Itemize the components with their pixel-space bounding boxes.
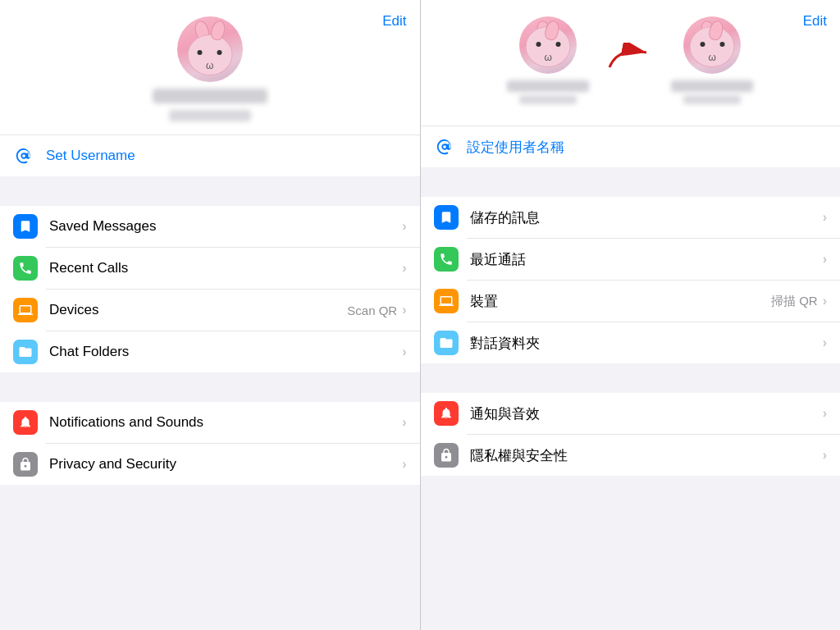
right-devices-chevron: › <box>823 294 827 308</box>
lock-icon-right <box>439 448 454 463</box>
left-privacy-icon-wrap <box>13 452 38 477</box>
left-privacy-row[interactable]: Privacy and Security › <box>0 444 420 485</box>
left-privacy-chevron: › <box>402 457 406 472</box>
right-saved-messages-chevron: › <box>823 210 827 225</box>
right-saved-messages-icon-wrap <box>434 205 459 230</box>
left-saved-messages-icon-wrap <box>13 214 38 239</box>
right-avatar-after: ω <box>683 16 741 74</box>
left-notifications-chevron: › <box>402 415 406 430</box>
separator-2-right <box>421 363 841 393</box>
separator-2-left <box>0 372 420 402</box>
left-notifications-icon-wrap <box>13 410 38 435</box>
left-chat-folders-label: Chat Folders <box>49 344 402 360</box>
right-panel: Edit ω <box>421 0 841 630</box>
left-bunny-face: ω <box>187 34 232 75</box>
right-chat-folders-icon-wrap <box>434 331 459 355</box>
left-username-section[interactable]: Set Username <box>0 135 420 176</box>
left-saved-messages-chevron: › <box>402 219 406 234</box>
right-bunny-mouth-before: ω <box>545 52 552 63</box>
left-recent-calls-label: Recent Calls <box>49 260 402 276</box>
left-eye-left <box>198 50 203 55</box>
right-username-section[interactable]: 設定使用者名稱 <box>421 126 841 167</box>
left-profile-section: Edit ω <box>0 0 420 135</box>
left-username-label: Set Username <box>46 148 135 164</box>
left-saved-messages-row[interactable]: Saved Messages › <box>0 206 420 247</box>
right-name-blur-before <box>507 80 589 92</box>
right-phone-blur-before <box>519 95 577 104</box>
left-devices-icon-wrap <box>13 298 38 322</box>
left-recent-calls-icon-wrap <box>13 256 38 281</box>
right-recent-calls-row[interactable]: 最近通話 › <box>421 239 841 280</box>
bell-icon <box>18 415 33 430</box>
left-notifications-label: Notifications and Sounds <box>49 414 402 431</box>
left-chat-folders-icon-wrap <box>13 340 38 364</box>
left-edit-button[interactable]: Edit <box>382 13 406 30</box>
right-bunny-face-before: ω <box>526 26 571 67</box>
right-notifications-row[interactable]: 通知與音效 › <box>421 393 841 434</box>
left-chat-folders-chevron: › <box>402 345 406 359</box>
left-settings-group-2: Notifications and Sounds › Privacy and S… <box>0 402 420 485</box>
left-username-icon <box>13 145 34 167</box>
right-bunny-eyes-after <box>700 42 724 47</box>
right-devices-icon-wrap <box>434 289 459 313</box>
right-recent-calls-label: 最近通話 <box>470 250 823 269</box>
left-bunny-mouth: ω <box>206 60 213 71</box>
lock-icon <box>18 457 33 472</box>
folder-icon-right <box>439 336 454 350</box>
right-chat-folders-row[interactable]: 對話資料夾 › <box>421 322 841 363</box>
right-privacy-chevron: › <box>823 448 827 463</box>
right-settings-group-1: 儲存的訊息 › 最近通話 › 裝置 掃描 QR › <box>421 197 841 363</box>
phone-icon-right <box>439 252 454 267</box>
right-name-blur-after <box>671 80 753 92</box>
right-username-icon <box>434 136 455 158</box>
right-phone-blur-after <box>683 95 741 104</box>
main-container: Edit ω <box>0 0 840 630</box>
right-privacy-row[interactable]: 隱私權與安全性 › <box>421 435 841 476</box>
at-icon-right <box>436 138 454 156</box>
left-recent-calls-row[interactable]: Recent Calls › <box>0 248 420 289</box>
bookmark-icon-right <box>439 210 454 225</box>
bookmark-icon <box>18 219 33 234</box>
left-panel: Edit ω <box>0 0 420 630</box>
left-recent-calls-chevron: › <box>402 261 406 276</box>
left-settings-group-1: Saved Messages › Recent Calls › Devices … <box>0 206 420 372</box>
left-saved-messages-label: Saved Messages <box>49 218 402 235</box>
right-eye-left-before <box>536 42 541 47</box>
right-saved-messages-label: 儲存的訊息 <box>470 208 823 227</box>
right-saved-messages-row[interactable]: 儲存的訊息 › <box>421 197 841 238</box>
right-privacy-icon-wrap <box>434 443 459 468</box>
red-arrow-svg <box>605 43 655 75</box>
phone-icon <box>18 261 33 276</box>
right-privacy-label: 隱私權與安全性 <box>470 446 823 465</box>
laptop-icon <box>18 303 33 317</box>
right-settings-group-2: 通知與音效 › 隱私權與安全性 › <box>421 393 841 476</box>
left-eye-right <box>217 50 222 55</box>
right-edit-button[interactable]: Edit <box>803 13 827 30</box>
laptop-icon-right <box>439 294 454 308</box>
at-icon <box>15 147 33 165</box>
right-arrow-indicator <box>605 43 655 79</box>
left-devices-row[interactable]: Devices Scan QR › <box>0 290 420 331</box>
left-devices-detail: Scan QR <box>347 304 397 317</box>
right-bunny-face-after: ω <box>690 26 735 67</box>
right-devices-row[interactable]: 裝置 掃描 QR › <box>421 281 841 322</box>
bell-icon-right <box>439 406 454 421</box>
right-username-label: 設定使用者名稱 <box>467 138 564 157</box>
right-devices-detail: 掃描 QR <box>771 294 818 309</box>
right-bunny-eyes-before <box>536 42 560 47</box>
right-devices-label: 裝置 <box>470 292 772 311</box>
left-avatar: ω <box>177 16 243 82</box>
right-avatar-before: ω <box>519 16 577 74</box>
left-devices-chevron: › <box>402 303 406 317</box>
left-chat-folders-row[interactable]: Chat Folders › <box>0 331 420 372</box>
right-bunny-mouth-after: ω <box>709 52 716 63</box>
left-notifications-row[interactable]: Notifications and Sounds › <box>0 402 420 443</box>
left-name-blur <box>153 89 267 103</box>
right-eye-right-before <box>555 42 560 47</box>
left-privacy-label: Privacy and Security <box>49 456 402 472</box>
right-recent-calls-chevron: › <box>823 252 827 267</box>
right-recent-calls-icon-wrap <box>434 247 459 272</box>
left-phone-blur <box>169 110 251 121</box>
right-notifications-chevron: › <box>823 406 827 421</box>
right-notifications-label: 通知與音效 <box>470 404 823 423</box>
